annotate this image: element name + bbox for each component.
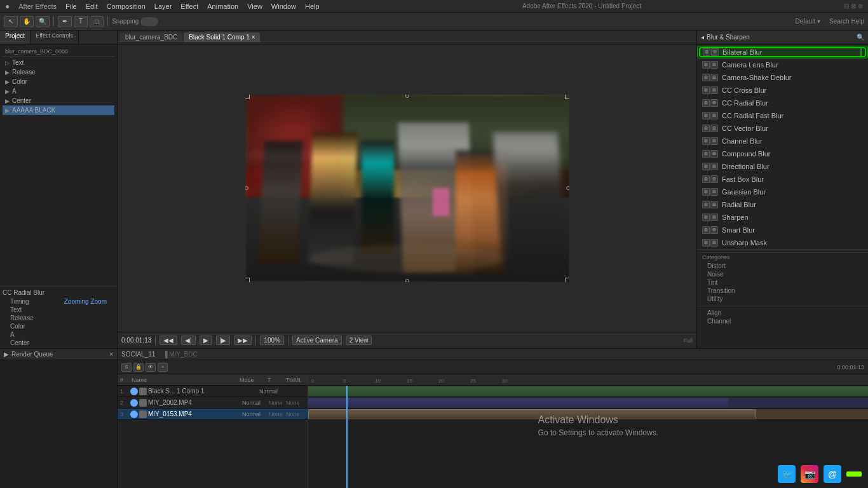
menu-item-window[interactable]: Window bbox=[271, 3, 296, 10]
viewer-controls: 0:00:01:13 ◀◀ ◀| ▶ |▶ ▶▶ 100% Active Cam… bbox=[118, 332, 696, 348]
comp-tab-2[interactable]: Black Solid 1 Comp 1 × bbox=[184, 32, 260, 42]
effect-entry-radial-blur[interactable]: ⊞ ⊞ Radial Blur bbox=[697, 198, 868, 211]
menu-item-composition[interactable]: Composition bbox=[107, 3, 146, 10]
bilateral-blur-label: Bilateral Blur bbox=[722, 48, 762, 56]
window-controls[interactable]: ⊟ ⊠ ⊗ bbox=[844, 3, 863, 10]
effect-entry-camera-shake-deblur[interactable]: ⊞ ⊞ Camera-Shake Deblur bbox=[697, 71, 868, 84]
effect-name: CC Radial Blur bbox=[3, 288, 114, 297]
project-item-color[interactable]: ▶Color bbox=[3, 77, 114, 86]
project-item-center[interactable]: ▶Center bbox=[3, 96, 114, 105]
layer-1-vis[interactable] bbox=[130, 388, 138, 395]
left-panel-tabs: Project Effect Controls bbox=[0, 30, 117, 44]
toolbar-btn-pen[interactable]: ✒ bbox=[58, 16, 72, 27]
project-item-release[interactable]: ▶Release bbox=[3, 67, 114, 77]
track-bar-1[interactable] bbox=[308, 386, 868, 396]
menu-item-animation[interactable]: Animation bbox=[207, 3, 238, 10]
menu-item-layer[interactable]: Layer bbox=[154, 3, 172, 10]
track-bar-3[interactable] bbox=[308, 409, 756, 419]
layer-list: # Name Mode T TrkMt 1 Black S... 1 Comp … bbox=[118, 374, 308, 488]
menu-item-ae[interactable]: After Effects bbox=[18, 3, 57, 10]
toolbar-btn-hand[interactable]: ✋ bbox=[20, 16, 34, 27]
sub-cat-align[interactable]: Align bbox=[697, 309, 868, 317]
menu-item-view[interactable]: View bbox=[247, 3, 262, 10]
effect-prop-label-color: Color bbox=[10, 323, 25, 330]
menu-item-file[interactable]: File bbox=[65, 3, 77, 10]
project-item-black[interactable]: ▶AAAAA BLACK bbox=[3, 105, 114, 115]
sub-cat-transition[interactable]: Transition bbox=[697, 287, 868, 295]
effect-entry-channel-blur[interactable]: ⊞ ⊞ Channel Blur bbox=[697, 135, 868, 147]
vc-btn-prev[interactable]: ◀◀ bbox=[159, 336, 177, 345]
layer-3-vis[interactable] bbox=[130, 410, 138, 418]
effect-entry-cc-radial-fast-blur[interactable]: ⊞ ⊞ CC Radial Fast Blur bbox=[697, 109, 868, 122]
sub-cat-channel[interactable]: Channel bbox=[697, 317, 868, 325]
effect-entry-fast-box-blur[interactable]: ⊞ ⊞ Fast Box Blur bbox=[697, 173, 868, 186]
tab-project[interactable]: Project bbox=[0, 30, 31, 44]
tl-btn-add[interactable]: + bbox=[158, 363, 168, 372]
highlight-bar[interactable] bbox=[846, 471, 862, 477]
sub-cat-distort[interactable]: Distort bbox=[697, 262, 868, 270]
vc-btn-play[interactable]: ▶ bbox=[200, 336, 212, 345]
layer-3-audio[interactable] bbox=[139, 410, 147, 418]
at-icon[interactable]: @ bbox=[824, 465, 841, 483]
sub-cat-tint[interactable]: Tint bbox=[697, 278, 868, 287]
layer-1-audio[interactable] bbox=[139, 388, 147, 395]
effect-entry-smart-blur[interactable]: ⊞ ⊞ Smart Blur bbox=[697, 224, 868, 236]
render-queue-close[interactable]: × bbox=[109, 351, 113, 358]
smart-blur-label: Smart Blur bbox=[722, 226, 755, 234]
categories-header: Categories bbox=[697, 252, 868, 262]
menu-item-effect[interactable]: Effect bbox=[180, 3, 198, 10]
app-title: Adobe After Effects 2020 - Untitled Proj… bbox=[329, 3, 836, 10]
toolbar-btn-text[interactable]: T bbox=[74, 16, 88, 27]
effect-entry-directional-blur[interactable]: ⊞ ⊞ Directional Blur bbox=[697, 160, 868, 173]
track-bar-2[interactable] bbox=[308, 398, 728, 408]
effect-entry-sharpen[interactable]: ⊞ ⊞ Sharpen bbox=[697, 211, 868, 224]
project-item-a[interactable]: ▶A bbox=[3, 86, 114, 96]
vc-zoom[interactable]: 100% bbox=[260, 336, 284, 345]
project-item-text[interactable]: ▷Text bbox=[3, 58, 114, 67]
effect-entry-bilateral-blur[interactable]: ⊞ ⊞ Bilateral Blur | bbox=[697, 46, 868, 58]
toolbar-workspace: Default ▾ bbox=[796, 18, 820, 25]
vc-active-camera[interactable]: Active Camera bbox=[292, 336, 342, 345]
menu-bar: ● After Effects File Edit Composition La… bbox=[0, 0, 868, 13]
effect-entry-unsharp-mask[interactable]: ⊞ ⊞ Unsharp Mask bbox=[697, 236, 868, 249]
layer-row-2[interactable]: 2 MIY_2002.MP4 Normal None None bbox=[118, 397, 308, 409]
toolbar-snapping-toggle[interactable] bbox=[140, 17, 158, 26]
toolbar-btn-select[interactable]: ↖ bbox=[4, 16, 18, 27]
cc-radial-fast-blur-icon: ⊞ ⊞ bbox=[702, 112, 718, 119]
layer-row-3[interactable]: 3 MIY_0153.MP4 Normal None None bbox=[118, 409, 308, 420]
menu-item-help[interactable]: Help bbox=[305, 3, 320, 10]
toolbar-sep-1 bbox=[53, 17, 54, 27]
timeline-tab-miy[interactable]: ▐ MIY_BDC bbox=[163, 351, 197, 358]
effect-entry-cc-radial-blur[interactable]: ⊞ ⊞ CC Radial Blur bbox=[697, 97, 868, 109]
effect-entry-cc-vector-blur[interactable]: ⊞ ⊞ CC Vector Blur bbox=[697, 122, 868, 135]
vc-btn-next[interactable]: ▶▶ bbox=[234, 336, 252, 345]
toolbar-btn-shape[interactable]: □ bbox=[90, 16, 104, 27]
effect-entry-cc-cross-blur[interactable]: ⊞ ⊞ CC Cross Blur bbox=[697, 84, 868, 97]
effects-browser-search-icon[interactable]: 🔍 bbox=[857, 34, 864, 41]
effect-entry-compound-blur[interactable]: ⊞ ⊞ Compound Blur bbox=[697, 147, 868, 160]
playhead[interactable] bbox=[346, 386, 348, 488]
tl-btn-toggle-solo[interactable]: S bbox=[121, 363, 132, 372]
sub-cat-utility[interactable]: Utility bbox=[697, 295, 868, 303]
comp-tab-1[interactable]: blur_camera_BDC bbox=[120, 32, 182, 42]
twitter-icon[interactable]: 🐦 bbox=[778, 465, 796, 483]
instagram-icon[interactable]: 📷 bbox=[801, 465, 818, 483]
layer-2-vis[interactable] bbox=[130, 399, 138, 407]
layer-2-audio[interactable] bbox=[139, 399, 147, 407]
layer-row-1[interactable]: 1 Black S... 1 Comp 1 Normal bbox=[118, 386, 308, 397]
effect-entry-camera-lens-blur[interactable]: ⊞ ⊞ Camera Lens Blur bbox=[697, 58, 868, 71]
tl-btn-toggle-lock[interactable]: 🔒 bbox=[133, 363, 144, 372]
vc-2view[interactable]: 2 View bbox=[346, 336, 372, 345]
tl-btn-toggle-vis[interactable]: 👁 bbox=[146, 363, 156, 372]
smart-blur-icon: ⊞ ⊞ bbox=[702, 226, 718, 234]
layer-2-name: MIY_2002.MP4 bbox=[148, 399, 241, 406]
toolbar-btn-zoom[interactable]: 🔍 bbox=[36, 16, 50, 27]
menu-item-edit[interactable]: Edit bbox=[86, 3, 98, 10]
vc-btn-stepback[interactable]: ◀| bbox=[181, 336, 196, 345]
tab-effects-controls[interactable]: Effect Controls bbox=[31, 30, 79, 44]
vc-btn-stepfwd[interactable]: |▶ bbox=[216, 336, 231, 345]
effect-entry-gaussian-blur[interactable]: ⊞ ⊞ Gaussian Blur bbox=[697, 186, 868, 198]
layer-1-mode: Normal bbox=[259, 388, 285, 395]
camera-shake-deblur-label: Camera-Shake Deblur bbox=[722, 74, 791, 81]
sub-cat-noise[interactable]: Noise bbox=[697, 270, 868, 278]
